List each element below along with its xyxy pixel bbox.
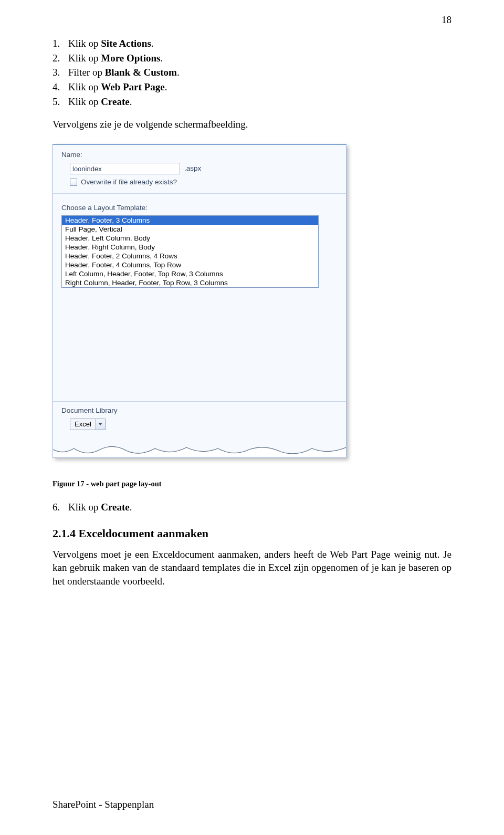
step-post: . xyxy=(177,67,180,78)
body-paragraph: Vervolgens moet je een Exceldocument aan… xyxy=(52,548,452,588)
step-pre: Klik op xyxy=(68,38,101,49)
blank-space xyxy=(53,291,346,401)
step-number: 5. xyxy=(52,95,68,109)
step-item: 3. Filter op Blank & Custom. xyxy=(52,66,452,79)
step-pre: Klik op xyxy=(68,81,101,92)
step-post: . xyxy=(130,502,132,513)
name-input[interactable] xyxy=(70,163,180,174)
step-number: 6. xyxy=(52,500,68,514)
step-pre: Filter op xyxy=(68,67,105,78)
page-footer: SharePoint - Stappenplan xyxy=(52,798,154,811)
step-item: 2. Klik op More Options. xyxy=(52,51,452,65)
section-heading: 2.1.4 Exceldocument aanmaken xyxy=(52,526,452,541)
step-item: 6. Klik op Create. xyxy=(52,500,452,514)
layout-option[interactable]: Left Column, Header, Footer, Top Row, 3 … xyxy=(62,269,318,278)
layout-option[interactable]: Full Page, Vertical xyxy=(62,225,318,234)
step-text: Filter op Blank & Custom. xyxy=(68,66,452,79)
name-section: Name: .aspx Overwrite if file already ex… xyxy=(53,145,346,193)
intro-after-steps: Vervolgens zie je de volgende schermafbe… xyxy=(52,118,452,131)
step-text: Klik op Site Actions. xyxy=(68,37,452,50)
steps-list-top: 1. Klik op Site Actions. 2. Klik op More… xyxy=(52,37,452,108)
layout-section: Choose a Layout Template: Header, Footer… xyxy=(53,194,346,290)
step-bold: Site Actions xyxy=(101,38,151,49)
document-library-section: Document Library Excel xyxy=(53,402,346,437)
step-bold: Web Part Page xyxy=(101,81,164,92)
step-item: 5. Klik op Create. xyxy=(52,95,452,109)
layout-option[interactable]: Right Column, Header, Footer, Top Row, 3… xyxy=(62,278,318,287)
step-post: . xyxy=(160,53,163,64)
layout-listbox[interactable]: Header, Footer, 3 Columns Full Page, Ver… xyxy=(61,215,319,288)
doclib-label: Document Library xyxy=(61,406,338,415)
step-pre: Klik op xyxy=(68,53,101,64)
step-number: 4. xyxy=(52,80,68,94)
step-bold: More Options xyxy=(101,53,160,64)
screenshot-figure: Name: .aspx Overwrite if file already ex… xyxy=(52,144,346,458)
layout-option[interactable]: Header, Right Column, Body xyxy=(62,243,318,252)
step-post: . xyxy=(151,38,154,49)
step-bold: Create xyxy=(101,502,130,513)
step-number: 2. xyxy=(52,51,68,65)
step-pre: Klik op xyxy=(68,502,101,513)
layout-option[interactable]: Header, Footer, 3 Columns xyxy=(62,216,318,225)
step-post: . xyxy=(165,81,167,92)
step-text: Klik op Web Part Page. xyxy=(68,80,452,94)
steps-list-bottom: 6. Klik op Create. xyxy=(52,500,452,514)
layout-label: Choose a Layout Template: xyxy=(61,203,338,213)
step-item: 1. Klik op Site Actions. xyxy=(52,37,452,50)
name-label: Name: xyxy=(61,150,338,160)
step-bold: Create xyxy=(101,96,130,107)
page-number: 18 xyxy=(442,13,452,27)
chevron-down-icon[interactable] xyxy=(96,419,105,430)
overwrite-checkbox[interactable] xyxy=(70,179,77,186)
step-text: Klik op Create. xyxy=(68,500,452,514)
name-suffix: .aspx xyxy=(184,164,201,173)
step-pre: Klik op xyxy=(68,96,101,107)
figure-caption: Figuur 17 - web part page lay-out xyxy=(52,479,452,489)
step-post: . xyxy=(130,96,132,107)
step-text: Klik op Create. xyxy=(68,95,452,109)
doclib-select[interactable]: Excel xyxy=(70,419,106,430)
bottom-pad xyxy=(53,437,346,457)
step-number: 1. xyxy=(52,37,68,50)
layout-option[interactable]: Header, Footer, 4 Columns, Top Row xyxy=(62,260,318,269)
layout-option[interactable]: Header, Footer, 2 Columns, 4 Rows xyxy=(62,252,318,260)
step-bold: Blank & Custom xyxy=(105,67,177,78)
step-item: 4. Klik op Web Part Page. xyxy=(52,80,452,94)
doclib-selected-value: Excel xyxy=(70,420,96,429)
layout-option[interactable]: Header, Left Column, Body xyxy=(62,234,318,243)
sharepoint-dialog: Name: .aspx Overwrite if file already ex… xyxy=(52,144,346,458)
step-text: Klik op More Options. xyxy=(68,51,452,65)
overwrite-label: Overwrite if file already exists? xyxy=(81,178,177,187)
step-number: 3. xyxy=(52,66,68,79)
